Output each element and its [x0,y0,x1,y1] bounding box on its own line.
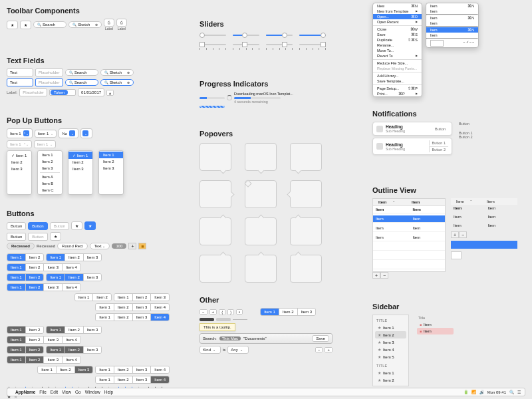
btn-sq[interactable]: Button [7,233,26,241]
dropdown2[interactable]: Item 1 Item 2 Item 3 Item A Item B Item … [37,150,63,195]
slider-ticks1[interactable] [200,41,226,50]
mb-window[interactable]: Window [85,390,100,394]
dd2-i1[interactable]: Item 1 [38,152,62,158]
btn-plus[interactable]: + [128,243,136,249]
submenu[interactable]: Item⌘N Item Item⌘N Item Item⌘N Item – ✓ … [426,3,479,48]
sub-item3[interactable]: Item⌘N [426,15,478,21]
sub-color[interactable]: – ✓ – – [426,39,478,47]
col-item2[interactable]: Item [409,199,445,205]
segB3[interactable]: Item 1Item 2Item 3Item 4 [7,336,81,344]
menu-openrecent[interactable]: Open Recent [373,19,422,25]
text-input[interactable]: Text [7,68,33,76]
pcol2[interactable]: Item [484,198,517,205]
menu-new[interactable]: New⌘N [373,3,422,9]
popup1[interactable]: Item 1⌃⌄ [7,128,33,138]
slider-ticks3[interactable] [266,41,293,50]
slider-ticks4[interactable] [299,41,326,50]
slider4[interactable] [299,32,326,39]
seg1[interactable]: Item 1Item 2 [7,253,44,261]
mb-time[interactable]: Mon 09:41 [487,390,506,394]
text-placeholder-focus[interactable]: Placeholder [35,78,63,86]
menu-close[interactable]: Close⌘W [373,27,422,32]
btn-star[interactable]: ★ [71,221,82,230]
btn-roundrect[interactable]: Round Rect [57,243,88,249]
scope-docs[interactable]: "Documents" [243,336,267,340]
stepper-minus[interactable]: − [200,309,207,315]
dd2-i2[interactable]: Item 2 [38,158,62,165]
sidebar-red[interactable]: Title Item Item [417,315,454,386]
menu-dup[interactable]: Duplicate⇧⌘S [373,37,422,43]
seg10[interactable]: Item 1Item 2Item 3Item 4 [95,313,170,321]
btn-recessed[interactable]: Recessed [7,243,35,249]
text-search[interactable]: Search [65,69,98,76]
tab-seg[interactable]: Item 1Item 2Item 3 [260,308,316,316]
dd1-item3[interactable]: Item 3 [7,166,31,172]
outline-add[interactable]: + [372,272,380,279]
sb2-i2[interactable]: Item 2 [375,376,406,384]
toolbar-icon-btn2[interactable]: ⎙ [116,19,127,27]
btn-star-blue[interactable]: ★ [84,221,96,230]
sub-item4[interactable]: Item [426,21,478,26]
sub-item2[interactable]: Item [426,9,478,14]
dd4-i1[interactable]: Item 1 [99,152,123,158]
finder-searchbar[interactable]: Search: This Mac "Documents" Save [200,333,332,344]
seg7[interactable]: Item 1Item 2 [74,293,112,301]
text-search-focus[interactable]: Search [65,79,98,86]
outline2-add-remove[interactable]: +− [451,231,517,238]
mb-file[interactable]: File [39,390,46,394]
r-bold[interactable]: Item [373,206,408,213]
text-search-sketch[interactable]: Sketch⊗ [100,69,134,76]
stepper-dec[interactable]: ⟨ [219,309,225,315]
text-placeholder-input[interactable]: Placeholder [35,68,63,76]
dd2-iB[interactable]: Item B [38,180,62,187]
outline-table[interactable]: Item ˄Item ItemItem ItemItem ItemItem It… [372,198,446,272]
btn-plus-y[interactable]: ■ [138,243,146,249]
sb-i2[interactable]: Item 2 [375,331,406,338]
outline-remove[interactable]: − [380,272,388,279]
kind-remove[interactable]: − [315,347,323,352]
seg6[interactable]: Item 1Item 2Item 3Item 4 [7,283,81,291]
toolbar-search-filled[interactable]: Sketch⊗ [68,21,102,28]
segB1[interactable]: Item 1Item 2 [7,326,44,334]
r-sel[interactable]: Item [373,215,408,222]
search-save[interactable]: Save [312,335,329,342]
text-search-sketch-focus[interactable]: Sketch⊗ [100,79,134,86]
outline-plain[interactable]: Item ˄Item ItemItem ItemItem ItemItem [451,198,517,229]
mb-edit[interactable]: Edit [51,390,58,394]
wifi-icon[interactable]: 📶 [471,390,476,394]
sb-i3[interactable]: Item 3 [375,338,406,346]
stepper-plus[interactable]: + [209,309,217,315]
dd2-iA[interactable]: Item A [38,174,62,180]
sub-item1[interactable]: Item⌘N [426,3,478,9]
notif-center-icon[interactable]: ☰ [517,390,521,394]
sub-item6[interactable]: Item [426,33,478,38]
slider1[interactable] [200,32,226,39]
kind-select[interactable]: Kind⌄ [200,346,221,354]
sb-i5[interactable]: Item 5 [375,353,406,360]
menu-reduce[interactable]: Reduce File Size... [373,61,422,66]
date-field[interactable]: 01/01/2017 [78,88,104,96]
btn-star-sq[interactable]: ★ [50,232,61,241]
stepper-inc[interactable]: ⟩ [227,309,234,315]
toolbar-star-btn2[interactable]: ★ [20,21,31,29]
popup2[interactable]: Item 1⌄ [35,130,57,138]
sub-item5[interactable]: Item⌘N [426,27,478,33]
mb-go[interactable]: Go [75,390,81,394]
r4[interactable]: Item [373,234,408,241]
seg4[interactable]: Item 1Item 2 [7,273,44,281]
sbr-item2[interactable]: Item [417,328,454,334]
dropdown1[interactable]: Item 1 Item 2 Item 3 [7,150,32,195]
seg9[interactable]: Item 1Item 2Item 3Item 4 [95,303,170,311]
btn-primary[interactable]: Button [28,222,47,230]
dd1-item1[interactable]: Item 1 [7,152,31,159]
text-input-focus[interactable]: Text [7,78,33,86]
mb-app[interactable]: AppName [15,390,35,394]
menu-print[interactable]: Print...⌘P [373,91,422,96]
mb-view[interactable]: View [62,390,71,394]
pcol1[interactable]: Item ˄ [451,198,484,205]
scope-thismac[interactable]: This Mac [219,336,241,340]
toolbar-star-btn[interactable]: ★ [7,21,18,29]
slider2[interactable] [233,32,259,39]
toolbar-search[interactable]: Search [33,21,66,28]
mb-help[interactable]: Help [104,390,113,394]
